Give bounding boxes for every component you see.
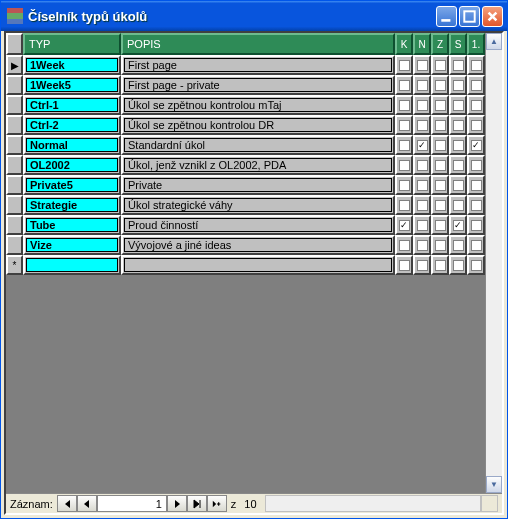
- next-record-button[interactable]: [167, 495, 187, 512]
- popis-field[interactable]: Vývojové a jiné ideas: [124, 238, 392, 252]
- new-record-button[interactable]: [207, 495, 227, 512]
- typ-field[interactable]: Normal: [26, 138, 118, 152]
- cell-check[interactable]: [431, 175, 449, 195]
- table-row[interactable]: VizeVývojové a jiné ideas: [6, 235, 485, 255]
- checkbox[interactable]: [417, 80, 428, 91]
- popis-field[interactable]: Úkol se zpětnou kontrolou DR: [124, 118, 392, 132]
- cell-check[interactable]: [413, 195, 431, 215]
- cell-check[interactable]: [413, 235, 431, 255]
- titlebar[interactable]: Číselník typů úkolů: [1, 1, 507, 31]
- col-header-popis[interactable]: POPIS: [121, 33, 395, 55]
- cell-check[interactable]: [431, 155, 449, 175]
- checkbox[interactable]: [399, 180, 410, 191]
- checkbox[interactable]: [453, 240, 464, 251]
- checkbox[interactable]: [417, 200, 428, 211]
- maximize-button[interactable]: [459, 6, 480, 27]
- checkbox[interactable]: [453, 80, 464, 91]
- popis-field[interactable]: First page - private: [124, 78, 392, 92]
- cell-popis[interactable]: [121, 255, 395, 275]
- checkbox[interactable]: [399, 260, 410, 271]
- popis-field[interactable]: First page: [124, 58, 392, 72]
- cell-check[interactable]: [395, 115, 413, 135]
- cell-popis[interactable]: Standardní úkol: [121, 135, 395, 155]
- checkbox[interactable]: [435, 60, 446, 71]
- cell-check[interactable]: [467, 255, 485, 275]
- checkbox[interactable]: [435, 140, 446, 151]
- cell-check[interactable]: [431, 215, 449, 235]
- cell-check[interactable]: [467, 75, 485, 95]
- cell-popis[interactable]: First page - private: [121, 75, 395, 95]
- col-header-z[interactable]: Z: [431, 33, 449, 55]
- col-header-typ[interactable]: TYP: [23, 33, 121, 55]
- cell-check[interactable]: [467, 115, 485, 135]
- cell-check[interactable]: [449, 135, 467, 155]
- checkbox[interactable]: [453, 100, 464, 111]
- table-row[interactable]: ▶1WeekFirst page: [6, 55, 485, 75]
- checkbox[interactable]: [435, 260, 446, 271]
- checkbox[interactable]: [417, 180, 428, 191]
- popis-field[interactable]: Úkol, jenž vznikl z OL2002, PDA: [124, 158, 392, 172]
- vertical-scrollbar[interactable]: ▲ ▼: [485, 33, 502, 493]
- table-row[interactable]: Private5Private: [6, 175, 485, 195]
- cell-check[interactable]: [449, 235, 467, 255]
- typ-field[interactable]: Vize: [26, 238, 118, 252]
- cell-check[interactable]: [449, 55, 467, 75]
- cell-typ[interactable]: Tube: [23, 215, 121, 235]
- typ-field[interactable]: 1Week5: [26, 78, 118, 92]
- checkbox[interactable]: [417, 160, 428, 171]
- cell-typ[interactable]: Vize: [23, 235, 121, 255]
- typ-field[interactable]: OL2002: [26, 158, 118, 172]
- checkbox[interactable]: [417, 240, 428, 251]
- typ-field[interactable]: [26, 258, 118, 272]
- cell-check[interactable]: [413, 95, 431, 115]
- scroll-down-button[interactable]: ▼: [486, 476, 502, 493]
- checkbox[interactable]: [471, 100, 482, 111]
- row-selector[interactable]: [6, 175, 23, 195]
- record-number-input[interactable]: [97, 495, 167, 512]
- table-row[interactable]: NormalStandardní úkol✓✓: [6, 135, 485, 155]
- cell-check[interactable]: [449, 155, 467, 175]
- cell-check[interactable]: [431, 195, 449, 215]
- cell-check[interactable]: [431, 95, 449, 115]
- cell-check[interactable]: [449, 195, 467, 215]
- popis-field[interactable]: Proud činností: [124, 218, 392, 232]
- row-selector[interactable]: [6, 135, 23, 155]
- checkbox[interactable]: [399, 160, 410, 171]
- cell-check[interactable]: [413, 55, 431, 75]
- cell-check[interactable]: [395, 155, 413, 175]
- typ-field[interactable]: Strategie: [26, 198, 118, 212]
- prev-record-button[interactable]: [77, 495, 97, 512]
- typ-field[interactable]: Ctrl-2: [26, 118, 118, 132]
- row-selector[interactable]: [6, 215, 23, 235]
- cell-typ[interactable]: Ctrl-1: [23, 95, 121, 115]
- cell-check[interactable]: [431, 115, 449, 135]
- checkbox[interactable]: [399, 60, 410, 71]
- cell-typ[interactable]: 1Week5: [23, 75, 121, 95]
- checkbox[interactable]: [471, 60, 482, 71]
- checkbox[interactable]: [453, 140, 464, 151]
- cell-check[interactable]: [413, 215, 431, 235]
- cell-check[interactable]: ✓: [395, 215, 413, 235]
- checkbox[interactable]: [435, 180, 446, 191]
- col-header-k[interactable]: K: [395, 33, 413, 55]
- checkbox[interactable]: [399, 100, 410, 111]
- minimize-button[interactable]: [436, 6, 457, 27]
- checkbox[interactable]: [453, 60, 464, 71]
- cell-check[interactable]: [395, 55, 413, 75]
- scroll-track[interactable]: [486, 50, 502, 476]
- table-row[interactable]: Ctrl-2Úkol se zpětnou kontrolou DR: [6, 115, 485, 135]
- checkbox[interactable]: ✓: [471, 140, 482, 151]
- table-row[interactable]: OL2002Úkol, jenž vznikl z OL2002, PDA: [6, 155, 485, 175]
- checkbox[interactable]: [471, 160, 482, 171]
- cell-popis[interactable]: Úkol se zpětnou kontrolou mTaj: [121, 95, 395, 115]
- col-header-s[interactable]: S: [449, 33, 467, 55]
- checkbox[interactable]: [435, 160, 446, 171]
- cell-typ[interactable]: Private5: [23, 175, 121, 195]
- cell-check[interactable]: [395, 75, 413, 95]
- checkbox[interactable]: ✓: [399, 220, 410, 231]
- cell-check[interactable]: ✓: [467, 135, 485, 155]
- checkbox[interactable]: [435, 120, 446, 131]
- checkbox[interactable]: [471, 260, 482, 271]
- row-selector[interactable]: [6, 75, 23, 95]
- row-selector[interactable]: [6, 235, 23, 255]
